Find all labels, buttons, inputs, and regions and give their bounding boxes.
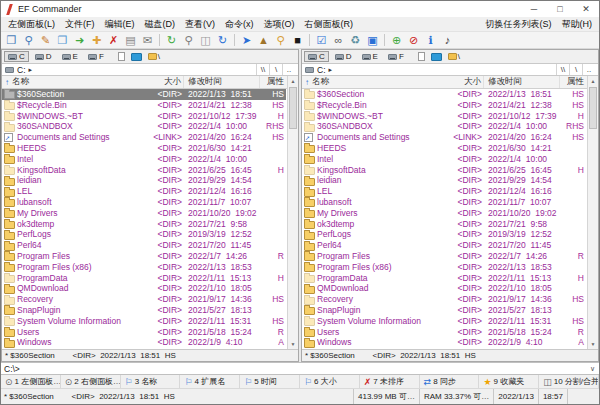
pyramid-icon[interactable]: ▲ (255, 33, 272, 48)
recycle-bin-icon[interactable]: ♻ (347, 33, 364, 48)
menu-item[interactable]: 左侧面板(L) (3, 18, 60, 31)
file-row[interactable]: HEEDS<DIR>2021/6/30 14:21 (2, 143, 286, 154)
file-row[interactable]: $Recycle.Bin<DIR>2021/4/21 12:38HS (2, 100, 286, 111)
copy-icon[interactable]: ❐ (54, 33, 71, 48)
file-row[interactable]: ProgramData<DIR>2022/1/11 15:13H (302, 273, 586, 284)
file-row[interactable]: lubansoft<DIR>2021/11/7 10:07 (302, 197, 586, 208)
fn1-left-panel[interactable]: ⊙1 左侧面板… (1, 375, 61, 388)
root-folder-icon[interactable]: \ (446, 52, 462, 61)
file-row[interactable]: LEL<DIR>2021/12/4 16:16 (2, 186, 286, 197)
media-player-icon[interactable]: ♪ (439, 33, 456, 48)
column-size[interactable]: 大小 (440, 76, 484, 88)
path-bar[interactable]: C: ▸ \\ \ .. (302, 63, 598, 76)
menu-item[interactable]: 帮助(H) (557, 18, 598, 31)
edit-icon[interactable]: ✎ (37, 33, 54, 48)
network-map-icon[interactable]: ⊕ (388, 33, 405, 48)
scrollbar-thumb[interactable] (289, 87, 297, 129)
menu-item[interactable]: 编辑(E) (100, 18, 140, 31)
file-row[interactable]: PerfLogs<DIR>2019/3/19 12:52 (302, 229, 586, 240)
display-settings-icon[interactable]: ☑ (313, 33, 330, 48)
fn9-favorites[interactable]: ★9 收藏夹 (479, 375, 539, 388)
fn5-sort-time[interactable]: ⚐5 时间 (240, 375, 300, 388)
file-row[interactable]: 360SANDBOX<DIR>2022/1/4 10:00RHS (2, 121, 286, 132)
file-row[interactable]: ProgramData<DIR>2022/1/11 15:13H (2, 273, 286, 284)
file-row[interactable]: Users<DIR>2021/5/18 15:24R (302, 327, 586, 338)
file-row[interactable]: Perl64<DIR>2021/7/20 11:45 (2, 240, 286, 251)
find-files-icon[interactable]: ⚲ (180, 33, 197, 48)
menu-item[interactable]: 文件(F) (60, 18, 100, 31)
close-button[interactable]: ✕ (573, 1, 599, 17)
file-row[interactable]: leidian<DIR>2021/9/29 14:54 (302, 175, 586, 186)
folder-search-icon[interactable]: ⚲ (272, 33, 289, 48)
drive-button-f[interactable]: F (84, 51, 108, 62)
desktop-icon[interactable] (429, 53, 444, 61)
scrollbar[interactable]: ▲ ▼ (587, 76, 598, 349)
path-bar[interactable]: C: ▸ \\ \ .. (2, 63, 298, 76)
delete-icon[interactable]: ✗ (105, 33, 122, 48)
file-row[interactable]: System Volume Information<DIR>2022/1/11 … (302, 316, 586, 327)
drive-button-f[interactable]: F (384, 51, 408, 62)
file-row[interactable]: Windows<DIR>2022/1/9 4:10A (302, 337, 586, 348)
quick-view-icon[interactable]: ⚲ (20, 33, 37, 48)
drive-button-c[interactable]: C (4, 51, 29, 62)
column-modified[interactable]: 修改时间 (184, 76, 260, 88)
file-row[interactable]: PerfLogs<DIR>2019/3/19 12:52 (2, 229, 286, 240)
terminal-icon[interactable]: ■ (289, 33, 306, 48)
file-row[interactable]: KingsoftData<DIR>2021/6/25 16:45H (2, 165, 286, 176)
menu-item[interactable]: 选项(O) (259, 18, 300, 31)
command-line[interactable]: C:\> ∨ (1, 362, 599, 375)
fn6-sort-size[interactable]: ⚐6 大小 (300, 375, 360, 388)
menu-item[interactable]: 命令(x) (220, 18, 259, 31)
file-row[interactable]: SnapPlugin<DIR>2021/5/27 18:13 (302, 305, 586, 316)
parent-dir-button[interactable]: .. (582, 64, 595, 75)
column-name[interactable]: ↑名称 (302, 76, 440, 88)
column-size[interactable]: 大小 (140, 76, 184, 88)
column-modified[interactable]: 修改时间 (484, 76, 560, 88)
parent-dir-button[interactable]: .. (282, 64, 295, 75)
blank-page-icon[interactable] (116, 52, 127, 61)
column-name[interactable]: ↑名称 (2, 76, 140, 88)
minimize-button[interactable]: ─ (521, 1, 547, 17)
menu-item[interactable]: 右侧面板(R) (300, 18, 359, 31)
file-row[interactable]: Program Files (x86)<DIR>2022/1/13 18:53 (302, 262, 586, 273)
computer-icon[interactable]: ▣ (364, 33, 381, 48)
file-row[interactable]: $WINDOWS.~BT<DIR>2021/10/12 17:39H (2, 111, 286, 122)
file-row[interactable]: LEL<DIR>2021/12/4 16:16 (302, 186, 586, 197)
disk-info-icon[interactable]: ℹ (422, 33, 439, 48)
file-row[interactable]: My Drivers<DIR>2021/10/20 19:02 (302, 208, 586, 219)
drive-button-d[interactable]: D (331, 51, 356, 62)
file-row[interactable]: My Drivers<DIR>2021/10/20 19:02 (2, 208, 286, 219)
file-row[interactable]: Users<DIR>2021/5/18 15:24R (2, 327, 286, 338)
fn7-unsorted[interactable]: ✗7 未排序 (360, 375, 420, 388)
fn8-sync[interactable]: ⇄8 同步 (420, 375, 480, 388)
split-file-icon[interactable]: ◫ (197, 33, 214, 48)
fn4-sort-extension[interactable]: ⚐4 扩展名 (180, 375, 240, 388)
file-row[interactable]: 360SANDBOX<DIR>2022/1/4 10:00RHS (302, 121, 586, 132)
file-row[interactable]: QMDownload<DIR>2022/1/10 18:05 (302, 283, 586, 294)
file-row[interactable]: ➚Documents and Settings<LINK>2021/4/20 1… (2, 132, 286, 143)
file-row[interactable]: Recovery<DIR>2021/9/17 14:36HS (302, 294, 586, 305)
file-row[interactable]: $Recycle.Bin<DIR>2021/4/21 12:38HS (302, 100, 586, 111)
fn2-right-panel[interactable]: ⊙2 右侧面板… (61, 375, 121, 388)
root-folder-icon[interactable]: \ (146, 52, 162, 61)
drive-button-c[interactable]: C (304, 51, 329, 62)
scrollbar[interactable]: ▲ ▼ (287, 76, 298, 349)
file-row[interactable]: QMDownload<DIR>2022/1/10 18:05 (2, 283, 286, 294)
sync-dirs-icon[interactable]: ↻ (214, 33, 231, 48)
scroll-up-icon[interactable]: ▲ (288, 76, 298, 86)
file-row[interactable]: $360Section<DIR>2022/1/13 18:51HS (2, 89, 286, 100)
menu-item[interactable]: 磁盘(D) (140, 18, 181, 31)
spectacles-icon[interactable]: ∞ (330, 33, 347, 48)
network-root-button[interactable]: \\ (556, 64, 569, 75)
fn10-split-merge[interactable]: ◫10 分割/合并 (539, 375, 599, 388)
blank-page-icon[interactable] (416, 52, 427, 61)
root-button[interactable]: \ (269, 64, 282, 75)
drive-button-e[interactable]: E (358, 51, 382, 62)
disconnect-icon[interactable]: ⊘ (405, 33, 422, 48)
move-icon[interactable]: ➜ (71, 33, 88, 48)
file-row[interactable]: HEEDS<DIR>2021/6/30 14:21 (302, 143, 586, 154)
column-attributes[interactable]: 属性 (560, 76, 586, 88)
new-folder-icon[interactable]: ✚ (88, 33, 105, 48)
scrollbar-thumb[interactable] (589, 87, 597, 129)
file-row[interactable]: leidian<DIR>2021/9/29 14:54 (2, 175, 286, 186)
